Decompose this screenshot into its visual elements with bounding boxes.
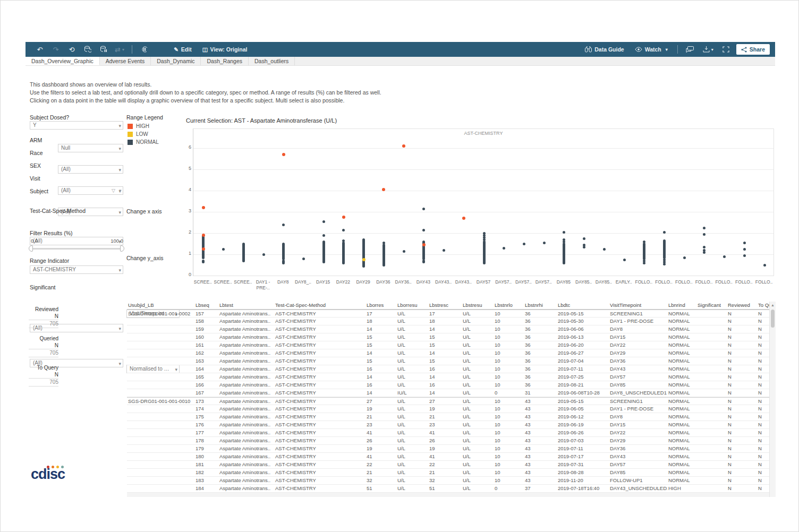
table-cell[interactable]: U/L <box>462 381 494 389</box>
data-point-normal[interactable] <box>703 249 706 252</box>
table-cell[interactable]: N <box>757 357 769 365</box>
table-cell[interactable]: AST-CHEMISTRY <box>274 357 366 365</box>
x-tick[interactable]: FOLLO.. <box>754 279 774 285</box>
table-cell[interactable]: AST-CHEMISTRY <box>274 389 366 397</box>
table-cell[interactable]: DAY57 <box>609 461 667 468</box>
table-cell[interactable]: 19 <box>366 405 396 413</box>
table-cell[interactable]: N <box>757 318 769 325</box>
column-header-lbtest[interactable]: Lbtest <box>218 302 274 309</box>
table-cell[interactable]: 160 <box>194 333 218 341</box>
table-cell[interactable]: Aspartate Aminotrans.. <box>218 429 274 436</box>
table-row[interactable]: SGS-DRG01-001-001-0010173Aspartate Amino… <box>127 397 769 405</box>
table-cell[interactable]: U/L <box>396 381 428 389</box>
x-tick[interactable]: DAY57 <box>473 279 494 285</box>
table-cell[interactable]: U/L <box>396 310 428 317</box>
table-cell[interactable]: 19 <box>428 405 462 413</box>
table-cell[interactable]: 177 <box>194 429 218 436</box>
table-cell[interactable]: 10 <box>494 477 524 484</box>
column-header-to-query[interactable]: To Query <box>757 302 769 309</box>
table-cell[interactable] <box>696 405 727 413</box>
test-cat-spec-method-dropdown[interactable]: AST-CHEMISTRY▾ <box>30 265 123 274</box>
column-header-visittimepoint[interactable]: VisitTimepoint <box>609 302 667 309</box>
table-cell[interactable]: 2019-07-04 <box>557 357 609 365</box>
table-cell[interactable]: AST-CHEMISTRY <box>274 405 366 413</box>
redo-icon[interactable]: ↷ <box>50 44 62 55</box>
column-header-significant[interactable]: Significant <box>696 302 727 309</box>
table-cell[interactable]: 14 <box>428 389 462 397</box>
table-cell[interactable]: 21 <box>366 469 396 476</box>
table-cell[interactable]: Aspartate Aminotrans.. <box>218 485 274 492</box>
table-cell[interactable]: NORMAL <box>667 461 696 468</box>
data-point-normal[interactable] <box>523 243 525 245</box>
table-cell[interactable]: 41 <box>428 453 462 460</box>
table-cell[interactable]: N <box>757 485 769 492</box>
table-cell[interactable]: N <box>727 405 757 413</box>
table-cell[interactable]: Aspartate Aminotrans.. <box>218 421 274 428</box>
table-row[interactable]: 164Aspartate Aminotrans..AST-CHEMISTRY16… <box>127 365 769 373</box>
table-cell[interactable]: 10 <box>494 365 524 373</box>
table-cell[interactable]: 181 <box>194 461 218 468</box>
table-cell[interactable]: AST-CHEMISTRY <box>274 437 366 444</box>
data-point-normal[interactable] <box>403 250 405 253</box>
table-cell[interactable]: 10 <box>494 429 524 436</box>
table-cell[interactable]: 36 <box>524 357 557 365</box>
counter-value[interactable]: 705 <box>29 320 58 328</box>
table-cell[interactable] <box>696 477 727 484</box>
table-cell[interactable]: 2019-06-08T10-28 <box>557 389 609 397</box>
table-row[interactable]: 165Aspartate Aminotrans..AST-CHEMISTRY14… <box>127 373 769 381</box>
table-row[interactable]: 166Aspartate Aminotrans..AST-CHEMISTRY16… <box>127 381 769 389</box>
data-point-high[interactable] <box>402 144 405 148</box>
data-point-normal[interactable] <box>703 246 706 248</box>
table-cell[interactable]: SCREENING1 <box>609 398 667 405</box>
data-point-normal[interactable] <box>743 254 746 257</box>
table-cell[interactable]: 10 <box>494 453 524 460</box>
table-cell[interactable]: DAY29 <box>609 349 667 357</box>
table-cell[interactable] <box>696 349 727 357</box>
table-cell[interactable]: N <box>727 469 757 476</box>
table-cell[interactable]: 51 <box>366 485 396 492</box>
accelerate-icon[interactable] <box>139 44 150 55</box>
table-cell[interactable]: U/L <box>396 437 428 444</box>
data-point-high[interactable] <box>422 243 426 246</box>
table-cell[interactable]: AST-CHEMISTRY <box>274 341 366 349</box>
table-cell[interactable]: U/L <box>462 365 494 373</box>
scroll-up-icon[interactable]: ▲ <box>770 302 776 308</box>
flow-icon[interactable]: ⇄▾ <box>114 44 125 55</box>
table-cell[interactable]: AST-CHEMISTRY <box>274 333 366 341</box>
table-cell[interactable] <box>696 437 727 444</box>
table-cell[interactable]: 32 <box>366 477 396 484</box>
table-cell[interactable]: NORMAL <box>667 453 696 460</box>
table-cell[interactable]: 18 <box>366 318 396 325</box>
table-cell[interactable]: 10 <box>494 341 524 349</box>
x-tick[interactable]: FOLLO.. <box>734 279 754 285</box>
undo-icon[interactable]: ↶ <box>34 44 46 55</box>
table-cell[interactable]: NORMAL <box>667 349 696 357</box>
table-cell[interactable]: 10 <box>494 318 524 325</box>
table-cell[interactable]: 26 <box>428 437 462 444</box>
table-cell[interactable] <box>696 318 727 325</box>
table-cell[interactable]: 18 <box>428 318 462 325</box>
table-cell[interactable]: 2019-05-30 <box>557 318 609 325</box>
table-cell[interactable]: 165 <box>194 373 218 381</box>
table-cell[interactable]: U/L <box>396 365 428 373</box>
table-cell[interactable]: 19 <box>428 445 462 452</box>
table-cell[interactable]: U/L <box>462 405 494 413</box>
table-cell[interactable]: U/L <box>462 357 494 365</box>
scatter-plot[interactable]: AST-CHEMISTRY <box>193 128 774 276</box>
table-cell[interactable]: NORMAL <box>667 389 696 397</box>
table-cell[interactable]: N <box>727 349 757 357</box>
filter-results-slider[interactable] <box>31 248 122 250</box>
table-cell[interactable]: 2019-06-27 <box>557 349 609 357</box>
column-header-reviewed[interactable]: Reviewed <box>727 302 757 309</box>
table-cell[interactable]: 16 <box>428 365 462 373</box>
column-header-test-cat-spec-method[interactable]: Test-Cat-Spec-Method <box>274 302 366 309</box>
table-cell[interactable]: Aspartate Aminotrans.. <box>218 373 274 381</box>
table-cell[interactable]: N <box>727 445 757 452</box>
table-cell[interactable]: NORMAL <box>667 357 696 365</box>
table-cell[interactable]: Aspartate Aminotrans.. <box>218 341 274 349</box>
table-cell[interactable]: NORMAL <box>667 325 696 333</box>
table-cell[interactable]: U/L <box>396 325 428 333</box>
download-icon[interactable]: ▾ <box>700 44 716 55</box>
legend-item-low[interactable]: LOW <box>128 130 159 138</box>
table-cell[interactable]: N <box>757 310 769 317</box>
